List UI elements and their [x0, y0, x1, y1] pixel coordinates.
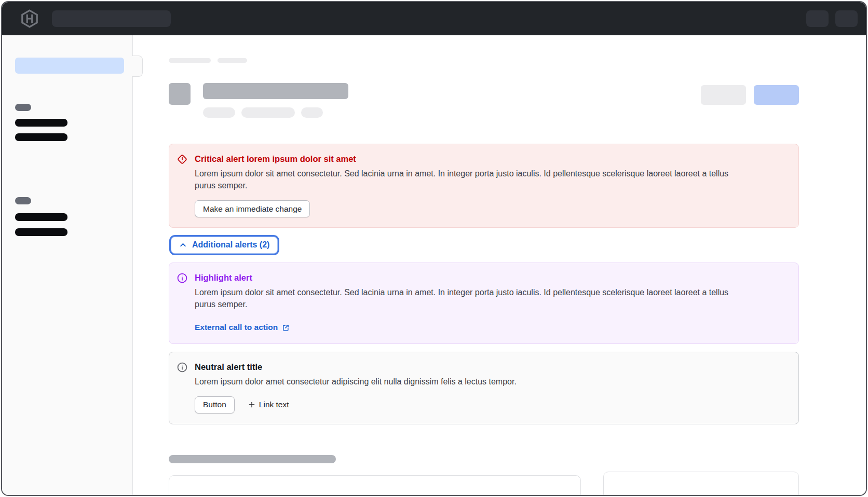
- add-link-label: Link text: [259, 400, 289, 409]
- neutral-alert-title: Neutral alert title: [195, 361, 517, 372]
- sidebar-active-item-placeholder: [15, 58, 124, 74]
- content-card-placeholder: [603, 472, 799, 496]
- main-content: Critical alert lorem ipsum dolor sit ame…: [133, 35, 866, 495]
- critical-alert-description: Lorem ipsum dolor sit amet consectetur. …: [195, 168, 740, 191]
- sidebar-collapse-handle[interactable]: [132, 56, 143, 77]
- breadcrumb-item-placeholder: [169, 58, 211, 63]
- sidebar-item-placeholder: [15, 133, 67, 141]
- page-title-placeholder: [203, 83, 348, 99]
- plus-icon: [248, 401, 255, 408]
- topbar-action-placeholder-2: [835, 10, 858, 27]
- tag-placeholder: [241, 107, 295, 118]
- highlight-alert-banner: Highlight alert Lorem ipsum dolor sit am…: [169, 263, 799, 344]
- info-circle-icon: [177, 272, 188, 284]
- neutral-alert-button[interactable]: Button: [195, 396, 235, 413]
- highlight-alert-description: Lorem ipsum dolor sit amet consectetur. …: [195, 287, 740, 310]
- external-call-to-action-link[interactable]: External call to action: [195, 323, 290, 332]
- hashicorp-logo-icon[interactable]: [20, 9, 39, 29]
- sidebar-nav: [2, 35, 133, 495]
- section-title-placeholder: [169, 455, 336, 463]
- breadcrumb: [169, 58, 799, 63]
- alert-diamond-icon: [177, 154, 188, 165]
- sidebar-section-label-placeholder: [15, 197, 31, 204]
- tag-placeholder: [301, 107, 323, 118]
- primary-button-placeholder[interactable]: [754, 85, 799, 105]
- critical-alert-banner: Critical alert lorem ipsum dolor sit ame…: [169, 144, 799, 228]
- page-header: [169, 83, 799, 118]
- tag-placeholder: [203, 107, 235, 118]
- info-circle-icon: [177, 362, 188, 373]
- sidebar-item-placeholder: [15, 119, 67, 127]
- immediate-change-button[interactable]: Make an immediate change: [195, 200, 310, 217]
- neutral-alert-description: Lorem ipsum dolor amet consectetur adipi…: [195, 376, 517, 388]
- chevron-up-icon: [179, 241, 187, 249]
- additional-alerts-toggle[interactable]: Additional alerts (2): [171, 237, 277, 253]
- app-window: Critical alert lorem ipsum dolor sit ame…: [1, 1, 867, 496]
- sidebar-section-label-placeholder: [15, 104, 31, 111]
- neutral-alert-banner: Neutral alert title Lorem ipsum dolor am…: [169, 352, 799, 424]
- highlight-alert-title: Highlight alert: [195, 272, 740, 283]
- topbar-action-placeholder-1: [806, 10, 829, 27]
- add-link[interactable]: Link text: [248, 400, 289, 409]
- content-card-placeholder: [169, 475, 581, 496]
- sidebar-item-placeholder: [15, 213, 67, 221]
- search-input-placeholder[interactable]: [52, 10, 171, 27]
- secondary-button-placeholder[interactable]: [701, 85, 746, 105]
- page-icon-placeholder: [169, 83, 191, 105]
- external-link-label: External call to action: [195, 323, 278, 332]
- breadcrumb-item-placeholder: [218, 58, 247, 63]
- critical-alert-title: Critical alert lorem ipsum dolor sit ame…: [195, 153, 740, 164]
- sidebar-item-placeholder: [15, 228, 67, 236]
- external-link-icon: [282, 324, 290, 332]
- additional-alerts-label: Additional alerts (2): [192, 240, 269, 250]
- top-nav-bar: [2, 2, 866, 35]
